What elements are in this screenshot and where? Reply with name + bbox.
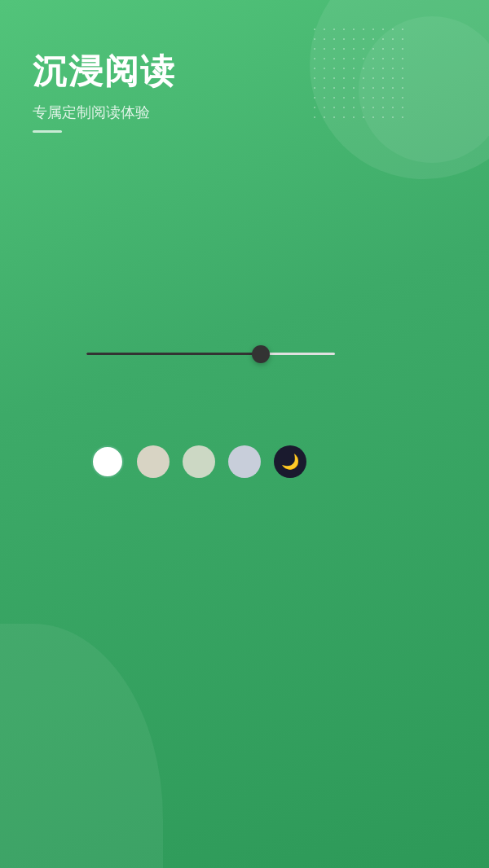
brightness-slider[interactable] [86,353,335,355]
bg-warm-option[interactable] [137,445,170,478]
moon-icon: 🌙 [281,453,299,471]
bg-blue-option[interactable] [228,445,261,478]
slider-fill [86,353,261,355]
hero-title: 沉浸阅读 [33,49,456,94]
bg-dark-option[interactable]: 🌙 [274,445,306,478]
bg-green-option[interactable] [183,445,215,478]
hero-subtitle: 专属定制阅读体验 [33,103,456,122]
bg-white-option[interactable] [91,445,124,478]
slider-thumb[interactable] [252,345,270,363]
hero-line [33,130,62,133]
slider-track[interactable] [86,353,335,355]
